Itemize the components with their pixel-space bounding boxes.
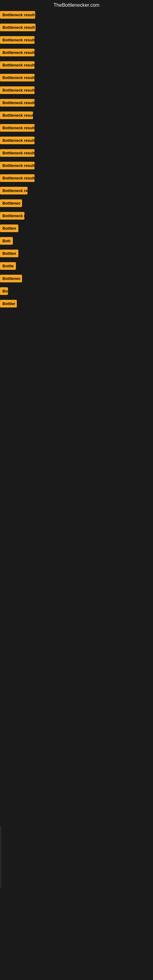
bottleneck-badge[interactable]: Bottleneck result [0,162,35,169]
list-item: Bottleneck result [0,11,153,22]
bottleneck-badge[interactable]: Bottleneck result [0,111,33,119]
bottleneck-badge[interactable]: Bottleneck result [0,137,35,144]
bottleneck-badge[interactable]: Bottleneck re [0,187,27,194]
list-item: Bott [0,235,153,248]
site-title: TheBottlenecker.com [0,0,153,11]
bottleneck-badge[interactable]: Bottleneck result [0,24,35,31]
list-item: Bottleneck result [0,135,153,147]
bottleneck-badge[interactable]: Bottleneck result [0,11,35,19]
items-container: Bottleneck resultBottleneck resultBottle… [0,11,153,310]
list-item: Bottlenec [0,273,153,285]
bottleneck-badge[interactable]: Bo [0,287,8,295]
list-item: Bottleneck result [0,147,153,160]
bottleneck-badge[interactable]: Bottleneck result [0,36,35,44]
bottleneck-badge[interactable]: Bottlen [0,224,18,232]
list-item: Bottleneck result [0,172,153,185]
list-item: Bottleneck result [0,122,153,135]
bottleneck-badge[interactable]: Bottlenec [0,275,22,282]
list-item: Bo [0,285,153,298]
list-item: Bottler [0,298,153,310]
list-item: Bottleneck result [0,59,153,72]
list-item: Bottlen [0,223,153,235]
bottleneck-badge[interactable]: Bottleneck result [0,124,35,132]
bottleneck-badge[interactable]: Bottleneck result [0,149,35,157]
bottleneck-badge[interactable]: Bottle [0,262,16,270]
bottleneck-badge[interactable]: Bottleneck result [0,61,35,69]
list-item: Bottlenec [0,197,153,210]
list-item: Bottleneck r [0,210,153,223]
list-item: Bottleneck result [0,97,153,110]
list-item: Bottle [0,260,153,273]
list-item: Bottleneck result [0,22,153,34]
bottleneck-badge[interactable]: Bottlenec [0,199,22,207]
bottleneck-badge[interactable]: Bottleneck result [0,99,35,107]
list-item: Bottlen [0,248,153,260]
bottleneck-badge[interactable]: Bott [0,237,13,245]
list-item: Bottleneck result [0,34,153,47]
list-item: Bottleneck re [0,185,153,197]
bottleneck-badge[interactable]: Bottleneck result [0,49,35,56]
bottleneck-badge[interactable]: Bottleneck r [0,212,24,220]
list-item: Bottleneck result [0,84,153,97]
bottleneck-badge[interactable]: Bottler [0,300,17,307]
bottleneck-badge[interactable]: Bottleneck result [0,74,35,81]
list-item: Bottleneck result [0,110,153,122]
list-item: Bottleneck result [0,47,153,59]
list-item: Bottleneck result [0,72,153,84]
bottleneck-badge[interactable]: Bottleneck result [0,86,35,94]
bottleneck-badge[interactable]: Bottlen [0,250,18,257]
bottleneck-badge[interactable]: Bottleneck result [0,174,35,182]
list-item: Bottleneck result [0,160,153,172]
